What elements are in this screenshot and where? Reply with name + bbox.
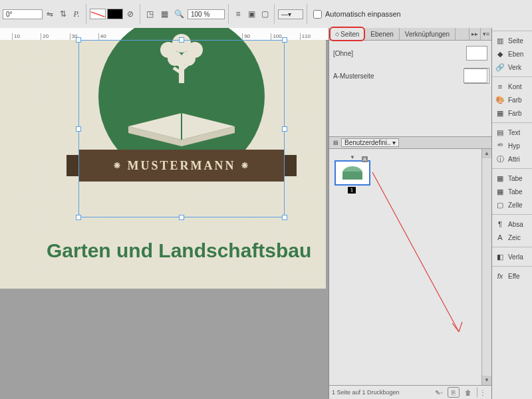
side-links[interactable]: 🔗Verk [492, 61, 532, 74]
autofit-label: Automatisch einpassen [325, 10, 401, 18]
side-char[interactable]: AZeic [492, 231, 532, 244]
side-table[interactable]: ▦Tabe [492, 172, 532, 185]
side-tablestyle[interactable]: ▦Tabe [492, 185, 532, 198]
side-contour[interactable]: ≡Kont [492, 80, 532, 93]
center-icon[interactable]: ▢ [259, 8, 271, 20]
handle-e[interactable] [282, 126, 287, 132]
svg-line-7 [372, 172, 459, 332]
new-page-icon[interactable]: ⎘ [448, 387, 460, 398]
edit-page-icon[interactable]: ✎▫ [433, 387, 445, 398]
side-para[interactable]: ¶Absa [492, 217, 532, 231]
panel-footer: 1 Seite auf 1 Druckbogen ✎▫ ⎘ 🗑 ⋮ [329, 385, 491, 399]
handle-sw[interactable] [76, 215, 81, 220]
p-icon[interactable]: P. [70, 8, 82, 20]
side-effects[interactable]: fxEffe [492, 269, 532, 283]
selection-box [78, 40, 285, 217]
tab-layers[interactable]: Ebenen [365, 28, 399, 40]
flip-v-icon[interactable]: ⇅ [57, 8, 69, 20]
panel-menu-icon[interactable]: ▾≡ [480, 28, 491, 40]
handle-w[interactable] [76, 126, 81, 132]
handle-n[interactable] [179, 37, 184, 43]
handle-se[interactable] [282, 215, 287, 220]
handle-ne[interactable] [282, 37, 287, 43]
scrollbar[interactable]: ▲▼ [481, 149, 491, 385]
side-cell[interactable]: ▢Zelle [492, 198, 532, 211]
footer-menu-icon[interactable]: ⋮ [477, 387, 489, 398]
no-fill-icon[interactable]: ⊘ [124, 8, 136, 20]
canvas[interactable]: 102030405060708090100110 [0, 28, 329, 399]
page-thumb-1[interactable]: A [334, 160, 370, 186]
side-colorfields[interactable]: 🎨Farb [492, 93, 532, 106]
page-number: 1 [348, 187, 356, 194]
pages-list: ▼ A 1 ▲▼ [329, 149, 491, 385]
rotation-field[interactable]: 0° [3, 9, 43, 19]
align-icon[interactable]: ≡ [232, 8, 244, 20]
side-text[interactable]: ▤Text [492, 126, 532, 139]
tab-pages[interactable]: ◇Seiten [329, 27, 365, 41]
collapse-icon[interactable]: ▸▸ [469, 28, 480, 40]
snap-icon[interactable]: ▦ [158, 8, 170, 20]
footer-status: 1 Seite auf 1 Druckbogen [332, 389, 400, 396]
side-attributes[interactable]: ⓘAttri [492, 152, 532, 166]
side-colortint[interactable]: ▦Farb [492, 106, 532, 120]
side-gradient[interactable]: ◧Verla [492, 250, 532, 263]
zoom-field[interactable]: 100 % [188, 9, 225, 19]
autofit-checkbox[interactable] [313, 10, 322, 19]
handle-nw[interactable] [76, 37, 81, 43]
collapsed-panels: ▥Seite ◆Eben 🔗Verk ≡Kont 🎨Farb ▦Farb ▤Te… [491, 28, 532, 399]
delete-page-icon[interactable]: 🗑 [462, 387, 474, 398]
master-none[interactable]: [Ohne] [333, 46, 487, 61]
corner-icon[interactable]: ◳ [144, 8, 156, 20]
page-size-dropdown[interactable]: Benutzerdefini.. ▾ [341, 138, 399, 147]
pages-panel: ◇Seiten Ebenen Verknüpfungen ▸▸ ▾≡ [Ohne… [329, 28, 491, 399]
fit-icon[interactable]: ▣ [245, 8, 257, 20]
document-page[interactable]: ❋ MUSTERMANN ❋ Garten und Landschaftsbau [0, 40, 326, 289]
flip-h-icon[interactable]: ⇋ [44, 8, 56, 20]
zoom-icon[interactable]: 🔍 [173, 8, 185, 20]
options-bar: 0° ⇋ ⇅ P. ⊘ ◳ ▦ 🔍 100 % ≡ ▣ ▢ —▾ Automat… [0, 0, 532, 29]
side-hyperlink[interactable]: ᵃᵇHyp [492, 139, 532, 152]
stroke-dd[interactable]: —▾ [278, 9, 303, 19]
side-layers[interactable]: ◆Eben [492, 47, 532, 61]
master-a[interactable]: A-Musterseite [333, 68, 487, 83]
selected-object[interactable]: ❋ MUSTERMANN ❋ [78, 40, 285, 217]
panel-tabs: ◇Seiten Ebenen Verknüpfungen ▸▸ ▾≡ [329, 28, 491, 41]
handle-s[interactable] [179, 215, 184, 220]
annotation-arrow [369, 169, 469, 342]
masters-list: [Ohne] A-Musterseite [329, 41, 491, 136]
pages-header: ▤ Benutzerdefini.. ▾ [329, 136, 491, 149]
side-pages[interactable]: ▥Seite [492, 34, 532, 47]
page-title-text[interactable]: Garten und Landschaftsbau [47, 239, 311, 262]
tab-links[interactable]: Verknüpfungen [400, 28, 456, 40]
